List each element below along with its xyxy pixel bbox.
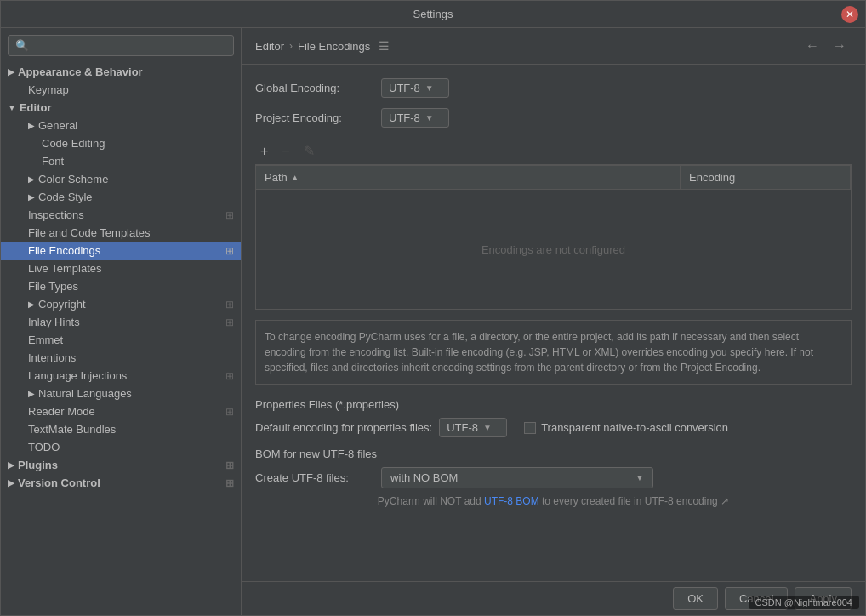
- main-layout: ▶ Appearance & Behavior Keymap ▼ Editor …: [1, 28, 865, 615]
- sidebar-item-language-injections[interactable]: Language Injections ⊞: [1, 367, 241, 385]
- chevron-right-icon: ▶: [28, 389, 35, 398]
- sidebar-item-label: Copyright: [38, 298, 86, 311]
- dropdown-arrow-icon: ▼: [425, 83, 434, 93]
- sidebar-item-general[interactable]: ▶ General: [1, 117, 241, 134]
- sidebar-item-label: Reader Mode: [28, 405, 95, 418]
- sidebar-item-label: Appearance & Behavior: [18, 66, 143, 78]
- bom-value: with NO BOM: [390, 471, 458, 484]
- properties-encoding-dropdown[interactable]: UTF-8 ▼: [439, 418, 507, 437]
- info-text: To change encoding PyCharm uses for a fi…: [255, 320, 852, 385]
- sidebar-item-label: Natural Languages: [38, 387, 132, 400]
- sidebar-item-label: Code Editing: [42, 137, 105, 150]
- chevron-right-icon: ▶: [28, 192, 35, 202]
- sidebar-item-version-control[interactable]: ▶ Version Control ⊞: [1, 474, 241, 492]
- sidebar-item-label: Plugins: [18, 459, 58, 471]
- properties-encoding-value: UTF-8: [447, 421, 478, 434]
- sidebar-item-todo[interactable]: TODO: [1, 438, 241, 456]
- chevron-down-icon: ▼: [8, 103, 16, 112]
- sidebar-item-textmate[interactable]: TextMate Bundles: [1, 420, 241, 438]
- global-encoding-dropdown[interactable]: UTF-8 ▼: [381, 78, 449, 98]
- settings-icon: ⊞: [225, 370, 234, 382]
- sidebar-item-label: Intentions: [28, 351, 76, 364]
- add-encoding-button[interactable]: +: [255, 142, 273, 161]
- sidebar-item-label: Inspections: [28, 208, 84, 221]
- breadcrumb-parent: Editor: [255, 40, 284, 53]
- encoding-column-header: Encoding: [681, 166, 851, 189]
- breadcrumb: Editor › File Encodings ☰ ← →: [242, 28, 865, 65]
- chevron-right-icon: ▶: [28, 299, 35, 309]
- title-bar: Settings ✕: [1, 1, 865, 28]
- sidebar-item-label: TextMate Bundles: [28, 423, 116, 436]
- path-column-header: Path ▲: [256, 166, 681, 189]
- sidebar-item-label: Version Control: [18, 476, 100, 489]
- dropdown-arrow-icon: ▼: [635, 473, 644, 482]
- dropdown-arrow-icon: ▼: [483, 423, 492, 432]
- path-header-label: Path: [265, 171, 288, 184]
- default-encoding-label: Default encoding for properties files:: [255, 421, 432, 434]
- project-encoding-value: UTF-8: [389, 111, 420, 124]
- ok-button[interactable]: OK: [673, 587, 718, 610]
- bookmark-icon: ☰: [379, 39, 390, 53]
- sidebar-item-label: Emmet: [28, 334, 63, 346]
- sidebar-item-emmet[interactable]: Emmet: [1, 331, 241, 349]
- sidebar-item-font[interactable]: Font: [1, 152, 241, 170]
- settings-icon: ⊞: [225, 477, 234, 489]
- project-encoding-dropdown[interactable]: UTF-8 ▼: [381, 108, 449, 128]
- sidebar-item-label: TODO: [28, 441, 60, 453]
- close-button[interactable]: ✕: [841, 6, 858, 23]
- sidebar-item-intentions[interactable]: Intentions: [1, 349, 241, 367]
- search-input[interactable]: [8, 35, 234, 56]
- footer-prefix: PyCharm will NOT add: [378, 495, 484, 507]
- settings-window: Settings ✕ ▶ Appearance & Behavior Keyma…: [0, 0, 866, 616]
- sidebar-item-file-encodings[interactable]: File Encodings ⊞: [1, 242, 241, 260]
- back-button[interactable]: ←: [800, 37, 824, 55]
- project-encoding-label: Project Encoding:: [255, 111, 374, 124]
- transparent-checkbox[interactable]: [524, 422, 536, 434]
- navigation-buttons: ← →: [800, 37, 852, 55]
- sidebar-item-color-scheme[interactable]: ▶ Color Scheme: [1, 170, 241, 188]
- settings-icon: ⊞: [225, 299, 234, 311]
- sidebar-item-code-style[interactable]: ▶ Code Style: [1, 188, 241, 206]
- utf8-bom-link[interactable]: UTF-8 BOM: [484, 495, 539, 507]
- bom-row: Create UTF-8 files: with NO BOM ▼: [255, 467, 852, 488]
- empty-message: Encodings are not configured: [481, 243, 625, 256]
- sidebar-item-appearance[interactable]: ▶ Appearance & Behavior: [1, 63, 241, 81]
- sidebar-item-file-code-templates[interactable]: File and Code Templates: [1, 224, 241, 242]
- settings-icon: ⊞: [225, 459, 234, 471]
- sidebar-item-editor[interactable]: ▼ Editor: [1, 99, 241, 117]
- transparent-checkbox-row: Transparent native-to-ascii conversion: [524, 421, 728, 434]
- forward-button[interactable]: →: [828, 37, 852, 55]
- remove-encoding-button[interactable]: −: [276, 142, 294, 161]
- chevron-right-icon: ▶: [8, 460, 14, 470]
- bom-section-title: BOM for new UTF-8 files: [255, 448, 852, 460]
- chevron-right-icon: ▶: [28, 121, 35, 130]
- sidebar-item-code-editing[interactable]: Code Editing: [1, 134, 241, 152]
- chevron-right-icon: ▶: [28, 174, 35, 184]
- sidebar-item-file-types[interactable]: File Types: [1, 277, 241, 295]
- project-encoding-row: Project Encoding: UTF-8 ▼: [255, 108, 852, 128]
- sidebar-item-keymap[interactable]: Keymap: [1, 81, 241, 99]
- sidebar-item-label: Keymap: [28, 83, 69, 96]
- window-title: Settings: [413, 8, 453, 20]
- sidebar-item-label: File and Code Templates: [28, 226, 151, 239]
- sidebar-item-label: Inlay Hints: [28, 316, 80, 328]
- sidebar-item-reader-mode[interactable]: Reader Mode ⊞: [1, 402, 241, 420]
- dropdown-arrow-icon: ▼: [425, 113, 434, 123]
- breadcrumb-current: File Encodings: [298, 40, 370, 53]
- sidebar-item-inspections[interactable]: Inspections ⊞: [1, 206, 241, 224]
- global-encoding-label: Global Encoding:: [255, 82, 374, 94]
- watermark: CSDN @Nightmare004: [749, 596, 860, 609]
- global-encoding-value: UTF-8: [389, 82, 420, 94]
- sidebar-item-plugins[interactable]: ▶ Plugins ⊞: [1, 456, 241, 474]
- settings-icon: ⊞: [225, 245, 234, 257]
- sidebar: ▶ Appearance & Behavior Keymap ▼ Editor …: [1, 28, 242, 615]
- sidebar-item-label: File Encodings: [28, 244, 100, 257]
- sidebar-item-copyright[interactable]: ▶ Copyright ⊞: [1, 295, 241, 313]
- bom-dropdown[interactable]: with NO BOM ▼: [381, 467, 653, 488]
- properties-section-title: Properties Files (*.properties): [255, 398, 852, 411]
- sidebar-item-inlay-hints[interactable]: Inlay Hints ⊞: [1, 313, 241, 331]
- chevron-right-icon: ▶: [8, 67, 14, 77]
- sidebar-item-live-templates[interactable]: Live Templates: [1, 260, 241, 277]
- edit-encoding-button[interactable]: ✎: [299, 141, 320, 161]
- sidebar-item-natural-languages[interactable]: ▶ Natural Languages: [1, 385, 241, 402]
